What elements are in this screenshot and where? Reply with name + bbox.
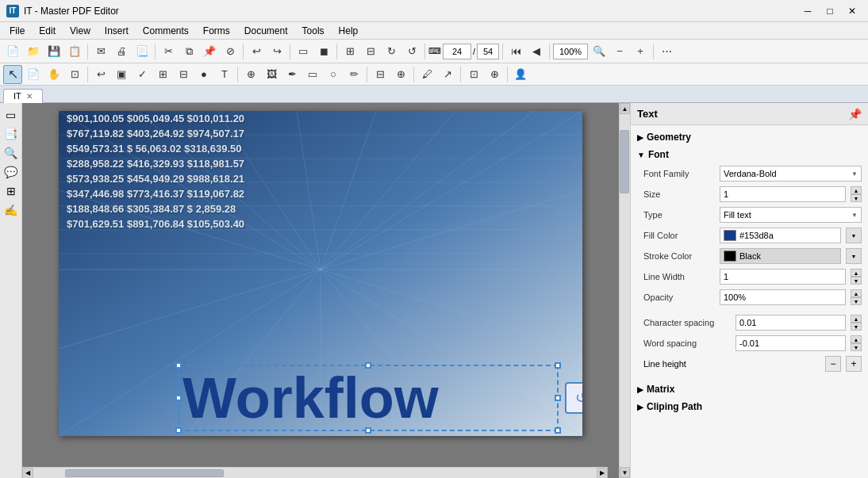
copy-button[interactable]: ⧉ <box>179 42 198 61</box>
scroll-up-button[interactable]: ▲ <box>620 103 630 114</box>
ellipse-tool[interactable]: ○ <box>324 65 343 84</box>
bookmark-toggle[interactable]: 📑 <box>2 125 20 143</box>
print2-button[interactable]: 📃 <box>133 42 152 61</box>
page-view-button[interactable]: ⊞ <box>340 42 359 61</box>
ws-up[interactable]: ▲ <box>851 335 862 343</box>
ws-down[interactable]: ▼ <box>851 343 862 351</box>
zoom-btn[interactable]: 🔍 <box>590 42 609 61</box>
zoom-in-button[interactable]: + <box>631 42 650 61</box>
pen-tool[interactable]: ✒ <box>282 65 301 84</box>
handle-bot-mid[interactable] <box>365 427 371 434</box>
new-button[interactable]: 📄 <box>3 42 22 61</box>
save-button[interactable]: 💾 <box>44 42 63 61</box>
highlight-tool[interactable]: 🖊 <box>417 65 436 84</box>
font-section[interactable]: ▼ Font <box>631 146 868 163</box>
annot-toggle[interactable]: 💬 <box>2 163 20 181</box>
line-width-input[interactable]: 1 <box>720 269 846 285</box>
media-tool[interactable]: ▣ <box>112 65 131 84</box>
signature-side[interactable]: ✍ <box>2 201 20 219</box>
hand-tool[interactable]: ✋ <box>44 65 63 84</box>
handle-top-mid[interactable] <box>365 362 371 369</box>
maximize-button[interactable]: □ <box>820 4 839 18</box>
stroke-color-arrow[interactable]: ▼ <box>846 248 862 264</box>
lw-up[interactable]: ▲ <box>851 269 862 277</box>
rect-tool[interactable]: ▭ <box>303 65 322 84</box>
canvas-area[interactable]: $901,100.05 $005,049.45 $010,011.20 $767… <box>22 103 619 478</box>
op-down[interactable]: ▼ <box>851 297 862 305</box>
word-spacing-input[interactable]: -0.01 <box>735 335 846 351</box>
close-button[interactable]: ✕ <box>843 4 862 18</box>
pencil-tool[interactable]: ✏ <box>344 65 363 84</box>
marquee-tool[interactable]: ⊡ <box>464 65 483 84</box>
menu-insert[interactable]: Insert <box>98 24 135 38</box>
layout-button[interactable]: ⊟ <box>361 42 380 61</box>
print-button[interactable]: 🖨 <box>112 42 131 61</box>
page-tool[interactable]: 📄 <box>24 65 43 84</box>
cs-up[interactable]: ▲ <box>851 315 862 323</box>
crop-tool[interactable]: ⊟ <box>371 65 390 84</box>
scroll-thumb[interactable] <box>620 130 629 193</box>
first-page-button[interactable]: ⏮ <box>506 42 525 61</box>
size-input[interactable]: 1 <box>720 186 846 202</box>
arrow-tool[interactable]: ↗ <box>438 65 457 84</box>
stroke-color-value[interactable]: Black <box>720 248 841 264</box>
h-scrollbar[interactable]: ◀ ▶ <box>22 467 608 478</box>
rotate-ccw-button[interactable]: ↺ <box>402 42 421 61</box>
handle-mid-right[interactable] <box>555 395 561 401</box>
circle-tool[interactable]: ● <box>194 65 213 84</box>
cut-button[interactable]: ✂ <box>159 42 178 61</box>
zoom-input[interactable]: 100% <box>553 44 588 59</box>
h-scroll-left[interactable]: ◀ <box>22 468 33 479</box>
select2-tool[interactable]: ⊡ <box>65 65 84 84</box>
tab-close-icon[interactable]: ✕ <box>26 92 33 101</box>
stamp-tool[interactable]: ⊕ <box>391 65 410 84</box>
layers-toggle[interactable]: ⊞ <box>2 182 20 200</box>
matrix-section[interactable]: ▶ Matrix <box>631 380 868 398</box>
minimize-button[interactable]: ─ <box>798 4 817 18</box>
menu-view[interactable]: View <box>63 24 97 38</box>
cancel-button[interactable]: ⊘ <box>221 42 240 61</box>
h-scroll-right[interactable]: ▶ <box>597 468 608 479</box>
handle-bot-right[interactable] <box>555 427 561 434</box>
select-button[interactable]: ▭ <box>294 42 313 61</box>
opacity-spinner[interactable]: ▲ ▼ <box>851 289 862 305</box>
menu-tools[interactable]: Tools <box>296 24 331 38</box>
text-tool[interactable]: T <box>215 65 234 84</box>
save-as-button[interactable]: 📋 <box>65 42 84 61</box>
link-tool[interactable]: ⊕ <box>241 65 260 84</box>
open-button[interactable]: 📁 <box>24 42 43 61</box>
scroll-down-button[interactable]: ▼ <box>620 467 630 478</box>
menu-forms[interactable]: Forms <box>197 24 236 38</box>
measure-tool[interactable]: ⊕ <box>485 65 504 84</box>
rotate-cw-button[interactable]: ↻ <box>382 42 401 61</box>
cs-spinner[interactable]: ▲ ▼ <box>851 315 862 331</box>
char-spacing-input[interactable]: 0.01 <box>735 315 846 331</box>
ws-spinner[interactable]: ▲ ▼ <box>851 335 862 351</box>
h-scroll-track[interactable] <box>33 468 597 478</box>
rotate-handle[interactable]: ↺ <box>565 382 582 414</box>
cs-down[interactable]: ▼ <box>851 323 862 331</box>
line-width-spinner[interactable]: ▲ ▼ <box>851 269 862 285</box>
line-height-minus[interactable]: − <box>825 356 841 372</box>
panel-pin-icon[interactable]: 📌 <box>848 108 862 120</box>
redo-button[interactable]: ↪ <box>267 42 286 61</box>
v-scrollbar[interactable]: ▲ ▼ <box>619 103 630 478</box>
fill-color-value[interactable]: #153d8a <box>720 228 841 243</box>
h-scroll-thumb[interactable] <box>65 469 224 477</box>
line-height-plus[interactable]: + <box>846 356 862 372</box>
menu-file[interactable]: File <box>3 24 31 38</box>
select-tool[interactable]: ↖ <box>3 65 22 84</box>
back-tool[interactable]: ↩ <box>91 65 110 84</box>
image-tool[interactable]: 🖼 <box>262 65 281 84</box>
thumb-toggle[interactable]: ▭ <box>2 106 20 124</box>
menu-comments[interactable]: Comments <box>136 24 195 38</box>
check-tool[interactable]: ✓ <box>133 65 152 84</box>
paste-button[interactable]: 📌 <box>200 42 219 61</box>
font-family-select[interactable]: Verdana-Bold <box>720 166 862 182</box>
font-size-input[interactable]: 24 <box>443 44 471 59</box>
email-button[interactable]: ✉ <box>91 42 110 61</box>
tab-it[interactable]: IT ✕ <box>3 89 43 103</box>
menu-document[interactable]: Document <box>238 24 294 38</box>
size-spinner[interactable]: ▲ ▼ <box>851 186 862 202</box>
size-up[interactable]: ▲ <box>851 186 862 194</box>
